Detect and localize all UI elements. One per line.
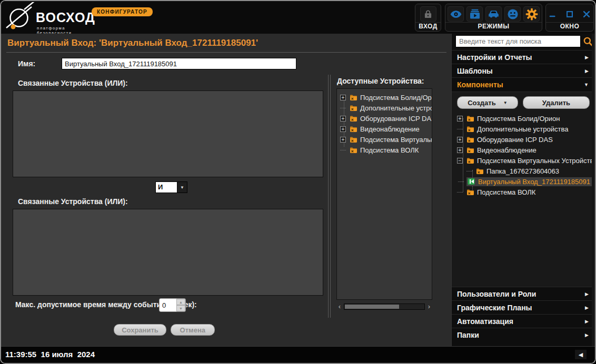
sidebar-scrollbar[interactable]	[592, 34, 595, 346]
maximize-button[interactable]	[563, 6, 577, 22]
tree-item-body[interactable]: Подсистема Виртуальных	[349, 135, 432, 144]
tree-item[interactable]: Виртуальный Вход_1721119185091	[454, 176, 593, 187]
sunrise-logo-icon	[5, 2, 36, 32]
search-input[interactable]	[455, 35, 581, 47]
tree-item-body[interactable]: Подсистема Виртуальных Устройств	[465, 156, 596, 165]
tree-item-label: Оборудование ICP DAS	[360, 115, 432, 123]
car-icon	[487, 7, 500, 21]
name-label: Имя:	[18, 59, 35, 68]
tree-item[interactable]: Подсистема ВОЛК	[454, 187, 593, 197]
chevron-right-icon: ▶	[585, 291, 589, 297]
tree-item[interactable]: +Видеонаблюдение	[454, 145, 593, 155]
accordion-section[interactable]: Автоматизация▶	[452, 314, 595, 328]
components-panel: Создать ▼ Удалить +Подсистема Болид/Орио…	[452, 92, 595, 287]
scroll-left-icon[interactable]: ‹	[336, 304, 343, 310]
tree-item-body[interactable]: Папка_1676273604063	[475, 167, 562, 176]
logo-title: ВОСХОД	[36, 10, 95, 25]
tree-item[interactable]: −Подсистема Виртуальных Устройств	[454, 155, 593, 166]
tree-item-body[interactable]: Подсистема ВОЛК	[465, 188, 538, 197]
sidebar-sections-bottom: Пользователи и Роли▶Графические Планы▶Ав…	[452, 287, 595, 341]
accordion-section-label: Папки	[457, 331, 479, 339]
app-logo: ВОСХОД платформа безопасности	[5, 2, 95, 33]
tree-item-body[interactable]: Оборудование ICP DAS	[349, 114, 432, 123]
expand-expander-icon[interactable]: +	[457, 116, 463, 122]
chevron-down-icon: ▼	[503, 100, 508, 105]
tree-branch-line	[466, 171, 472, 171]
accordion-section[interactable]: Пользователи и Роли▶	[452, 287, 595, 300]
spinner-up-icon[interactable]: ▲	[176, 299, 185, 305]
tree-item-body[interactable]: Видеонаблюдение	[465, 146, 539, 155]
close-icon	[582, 9, 591, 19]
accordion-section[interactable]: Настройки и Отчеты▶	[452, 50, 595, 64]
tree-item[interactable]: Дополнительные устройства	[454, 124, 593, 134]
linked-devices-label-top: Связанные Устройства (ИЛИ):	[18, 79, 128, 87]
available-devices-title: Доступные Устройства:	[337, 77, 424, 85]
tree-item[interactable]: +Подсистема Виртуальных	[337, 134, 432, 145]
tree-item-label: Видеонаблюдение	[360, 125, 420, 133]
expand-expander-icon[interactable]: +	[340, 95, 346, 100]
tree-item[interactable]: +Оборудование ICP DAS	[454, 134, 593, 145]
accordion-section-label: Компоненты	[457, 80, 503, 89]
minimize-button[interactable]	[546, 6, 560, 22]
tree-item-body[interactable]: Подсистема Болид/Орион	[465, 114, 563, 123]
spinner-down-icon[interactable]: ▼	[176, 305, 185, 311]
save-button[interactable]: Сохранить	[114, 324, 166, 336]
monitoring-mode-button[interactable]	[448, 6, 464, 22]
tree-item[interactable]: +Оборудование ICP DAS	[337, 113, 432, 124]
accordion-section[interactable]: Компоненты▼	[452, 77, 595, 91]
collapse-expander-icon[interactable]: −	[457, 158, 463, 164]
tree-item-body[interactable]: Дополнительные устройства	[349, 104, 432, 113]
login-group-label: ВХОД	[415, 22, 441, 31]
folder-icon	[350, 126, 357, 133]
vertical-splitter[interactable]	[328, 75, 331, 318]
expand-expander-icon[interactable]: +	[340, 126, 346, 132]
transport-mode-button[interactable]	[485, 6, 502, 22]
tree-item[interactable]: Дополнительные устройства	[337, 103, 432, 113]
tree-item[interactable]: +Видеонаблюдение	[337, 124, 432, 134]
tree-item-label: Подсистема ВОЛК	[477, 188, 535, 196]
devices-horizontal-scrollbar: ‹ ›	[336, 303, 432, 310]
folder-icon	[466, 147, 474, 154]
close-button[interactable]	[579, 6, 593, 22]
statusbar-collapse-button[interactable]: ◀	[575, 350, 587, 359]
expand-expander-icon[interactable]: +	[457, 147, 463, 153]
accordion-section[interactable]: Папки▶	[452, 328, 595, 341]
expand-expander-icon[interactable]: +	[457, 137, 463, 143]
video-archive-mode-button[interactable]	[466, 6, 483, 22]
gear-icon	[525, 7, 539, 21]
folder-icon	[466, 126, 474, 133]
scroll-right-icon[interactable]: ›	[426, 304, 432, 310]
cancel-button[interactable]: Отмена	[171, 324, 215, 336]
expand-expander-icon[interactable]: +	[340, 137, 346, 143]
configurator-mode-button[interactable]	[523, 6, 540, 22]
tree-branch-line	[340, 108, 346, 108]
linked-devices-list-bottom[interactable]	[13, 209, 323, 296]
scrollbar-track[interactable]	[344, 304, 425, 310]
folder-icon	[476, 168, 484, 175]
tree-item-body[interactable]: Дополнительные устройства	[465, 125, 571, 134]
tree-item-body[interactable]: Видеонаблюдение	[349, 125, 422, 134]
delete-button[interactable]: Удалить	[523, 96, 590, 109]
tree-item-selected[interactable]: Виртуальный Вход_1721119185091	[466, 177, 593, 186]
chevron-down-icon[interactable]: ▼	[177, 182, 187, 193]
tree-item[interactable]: Папка_1676273604063	[454, 166, 593, 176]
scrollbar-thumb[interactable]	[345, 305, 399, 309]
linked-devices-list-top[interactable]	[13, 90, 323, 177]
name-input[interactable]	[62, 58, 296, 69]
expand-expander-icon[interactable]: +	[340, 116, 346, 122]
tree-item[interactable]: +Подсистема Болид/Орион	[337, 92, 432, 103]
tree-item-label: Подсистема ВОЛК	[360, 146, 419, 154]
tree-item[interactable]: +Подсистема Болид/Орион	[454, 113, 593, 124]
login-lock-button[interactable]	[420, 6, 436, 22]
virtual-input-icon	[468, 178, 475, 185]
persons-mode-button[interactable]	[504, 6, 521, 22]
max-time-input[interactable]	[160, 299, 176, 311]
tree-item-body[interactable]: Подсистема ВОЛК	[349, 146, 421, 155]
accordion-section[interactable]: Шаблоны▶	[452, 64, 595, 77]
tree-item-body[interactable]: Оборудование ICP DAS	[465, 135, 555, 144]
tree-item[interactable]: Подсистема ВОЛК	[337, 145, 432, 155]
accordion-section[interactable]: Графические Планы▶	[452, 300, 595, 314]
create-button[interactable]: Создать ▼	[457, 96, 518, 109]
operator-select[interactable]: И ▼	[155, 181, 187, 193]
tree-item-body[interactable]: Подсистема Болид/Орион	[349, 93, 432, 102]
